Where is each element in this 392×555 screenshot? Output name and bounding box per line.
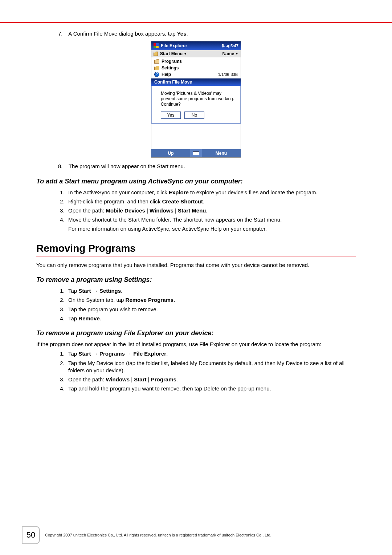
keyboard-icon	[193, 151, 199, 155]
remove-fe-intro: If the program does not appear in the li…	[36, 341, 356, 348]
folder-icon	[154, 52, 158, 56]
dialog-body: Moving 'Pictures & Videos' may prevent s…	[151, 86, 241, 124]
list-remove-settings: Tap Start → Settings. On the System tab,…	[66, 287, 356, 322]
list-item: On the System tab, tap Remove Programs.	[66, 296, 356, 304]
removing-intro: You can only remove programs that you ha…	[36, 262, 356, 269]
dialog-message: Moving 'Pictures & Videos' may prevent s…	[161, 91, 236, 107]
sort-label: Name	[222, 51, 234, 56]
step-7-bold: Yes	[177, 31, 187, 37]
start-flag-icon	[154, 43, 159, 48]
copyright-text: Copyright 2007 unitech Electronics Co., …	[45, 533, 356, 537]
row-name: Help	[162, 72, 171, 77]
step-8-text: The program will now appear on the Start…	[69, 163, 185, 169]
list-activesync: In the ActiveSync on your computer, clic…	[66, 189, 356, 232]
list-item: Open the path: Mobile Devices | Windows …	[66, 207, 356, 214]
signal-icon: ⇅	[221, 44, 225, 48]
list-item: Tap and hold the program you want to rem…	[66, 385, 356, 392]
wm-titlebar: File Explorer ⇅ ◀ 5:47	[151, 41, 241, 50]
chevron-down-icon: ▼	[184, 52, 187, 56]
step-7-num: 7.	[58, 30, 67, 37]
folder-open-icon	[154, 59, 159, 64]
list-item: Tap Start → Settings.	[66, 287, 356, 295]
list-item: Open the path: Windows | Start | Program…	[66, 376, 356, 383]
page-body: 7. A Confirm File Move dialog box appear…	[0, 23, 392, 393]
list-item: Tap the program you wish to remove.	[66, 306, 356, 313]
no-button[interactable]: No	[184, 112, 204, 119]
speaker-icon: ◀	[226, 44, 229, 48]
subhead-remove-fileexplorer: To remove a program using File Explorer …	[36, 329, 356, 337]
row-name: Programs	[162, 59, 182, 64]
list-item: Tap Start → Programs → File Explorer.	[66, 350, 356, 357]
softkey-up[interactable]: Up	[151, 151, 190, 156]
row-size: 33B	[230, 72, 238, 77]
step-7-text-a: A Confirm File Move dialog box appears, …	[68, 31, 177, 37]
wm-title: File Explorer	[161, 43, 187, 48]
subhead-activesync: To add a Start menu program using Active…	[36, 178, 356, 185]
list-item: Right-click the program, and then click …	[66, 198, 356, 205]
page-number-badge: 50	[22, 526, 40, 544]
list-item: In the ActiveSync on your computer, clic…	[66, 189, 356, 196]
keyboard-button[interactable]	[190, 149, 202, 157]
page-footer: 50 Copyright 2007 unitech Electronics Co…	[0, 526, 392, 544]
list-remove-fileexplorer: Tap Start → Programs → File Explorer. Ta…	[66, 350, 356, 392]
wm-bottombar: Up Menu	[151, 149, 241, 157]
step-8: 8. The program will now appear on the St…	[58, 163, 356, 170]
help-icon	[154, 72, 159, 77]
row-date: 1/1/06	[218, 72, 231, 77]
wm-breadcrumb[interactable]: Start Menu ▼ Name ▼	[151, 50, 241, 57]
row-name: Settings	[162, 65, 179, 70]
list-item[interactable]: Settings	[151, 65, 241, 71]
step-8-num: 8.	[58, 163, 67, 170]
list-item[interactable]: Programs	[151, 58, 241, 65]
wm-time: 5:47	[230, 44, 238, 48]
wm-file-list: Programs Settings Help 1/1/06 33B	[151, 57, 241, 78]
list-item: Tap Remove.	[66, 315, 356, 322]
breadcrumb-label: Start Menu	[160, 51, 183, 56]
dialog-title: Confirm File Move	[151, 78, 241, 86]
yes-button[interactable]: Yes	[161, 112, 181, 119]
red-rule	[36, 256, 356, 256]
list-item: Tap the My Device icon (tap the folder l…	[66, 360, 356, 374]
chevron-down-icon: ▼	[235, 52, 238, 56]
list-item: Move the shortcut to the Start Menu fold…	[66, 216, 356, 232]
heading-removing-programs: Removing Programs	[36, 243, 356, 254]
softkey-menu[interactable]: Menu	[202, 151, 241, 156]
list-item[interactable]: Help 1/1/06 33B	[151, 71, 241, 78]
step-7: 7. A Confirm File Move dialog box appear…	[58, 30, 356, 37]
folder-icon	[154, 66, 159, 70]
device-screenshot: File Explorer ⇅ ◀ 5:47 Start Menu ▼ Name…	[151, 41, 241, 158]
subhead-remove-settings: To remove a program using Settings:	[36, 276, 356, 284]
page-number: 50	[26, 530, 35, 540]
step-7-text-b: .	[187, 31, 188, 37]
